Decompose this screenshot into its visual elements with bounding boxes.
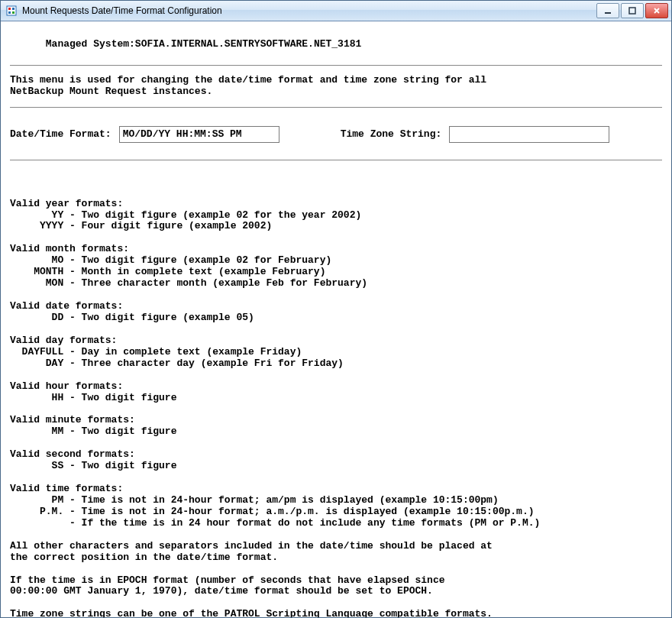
svg-rect-1: [8, 8, 11, 10]
managed-system-label: Managed System:: [46, 38, 135, 50]
divider: [10, 65, 662, 66]
config-row: Date/Time Format: Time Zone String:: [10, 126, 662, 143]
help-text: Valid year formats: YY - Two digit figur…: [10, 199, 662, 617]
titlebar: Mount Requests Date/Time Format Configur…: [1, 1, 671, 21]
svg-rect-2: [12, 8, 15, 10]
divider: [10, 107, 662, 108]
app-icon: [5, 5, 18, 17]
minimize-button[interactable]: [596, 3, 619, 18]
intro-text: This menu is used for changing the date/…: [10, 75, 662, 98]
window-controls: [596, 3, 668, 18]
maximize-button[interactable]: [621, 3, 644, 18]
divider: [10, 160, 662, 160]
timezone-string-input[interactable]: [449, 126, 609, 143]
close-button[interactable]: [645, 3, 668, 18]
help-text-block: Valid year formats: YY - Two digit figur…: [10, 176, 662, 617]
svg-rect-0: [7, 6, 16, 15]
svg-rect-6: [629, 8, 635, 14]
managed-system-line: Managed System:SOFIA.INTERNAL.SENTRYSOFT…: [10, 28, 662, 62]
managed-system-value: SOFIA.INTERNAL.SENTRYSOFTWARE.NET_3181: [135, 38, 361, 50]
dialog-content: Managed System:SOFIA.INTERNAL.SENTRYSOFT…: [1, 21, 671, 617]
svg-rect-3: [8, 11, 11, 14]
svg-rect-5: [605, 12, 611, 14]
datetime-format-input[interactable]: [119, 126, 279, 143]
dialog-window: Mount Requests Date/Time Format Configur…: [0, 0, 672, 618]
datetime-format-label: Date/Time Format:: [10, 128, 111, 140]
timezone-string-label: Time Zone String:: [341, 128, 442, 140]
window-title: Mount Requests Date/Time Format Configur…: [22, 5, 596, 16]
svg-rect-4: [12, 11, 15, 14]
